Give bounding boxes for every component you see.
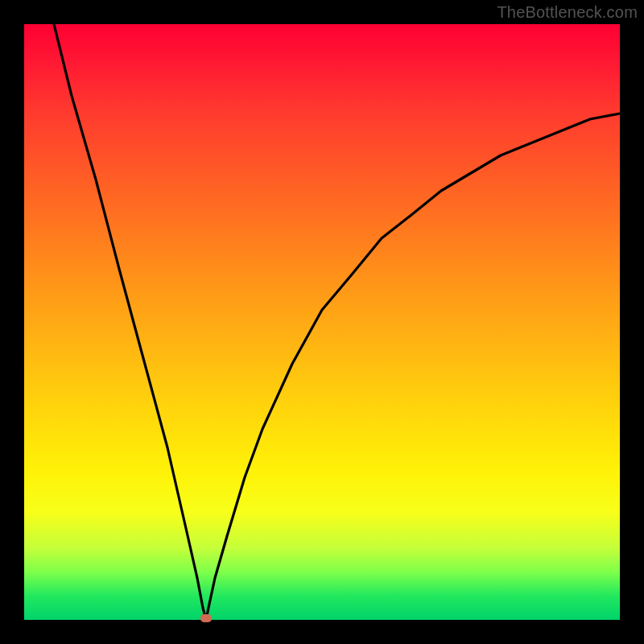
chart-frame: TheBottleneck.com — [0, 0, 644, 644]
plot-area — [24, 24, 620, 620]
min-point-marker — [200, 614, 212, 622]
curve-path — [54, 24, 620, 620]
watermark-text: TheBottleneck.com — [497, 3, 638, 22]
bottleneck-curve — [24, 24, 620, 620]
